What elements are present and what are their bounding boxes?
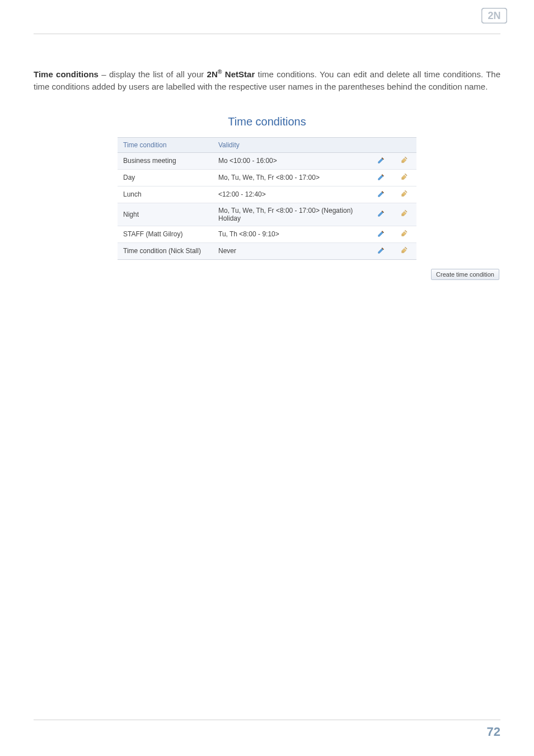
row-name: Lunch: [118, 186, 213, 203]
column-header-delete: [393, 137, 416, 152]
table-row: STAFF (Matt Gilroy)Tu, Th <8:00 - 9:10>: [118, 226, 416, 242]
edit-icon[interactable]: [369, 242, 393, 259]
column-header-name: Time condition: [118, 137, 213, 152]
header-divider: [34, 34, 500, 34]
row-validity: Mo <10:00 - 16:00>: [213, 152, 369, 169]
delete-icon[interactable]: [393, 242, 416, 259]
column-header-edit: [369, 137, 393, 152]
intro-heading: Time conditions: [34, 69, 99, 79]
row-name: Time condition (Nick Stall): [118, 242, 213, 259]
table-row: NightMo, Tu, We, Th, Fr <8:00 - 17:00> (…: [118, 203, 416, 226]
intro-paragraph: Time conditions – display the list of al…: [34, 68, 500, 93]
row-validity: <12:00 - 12:40>: [213, 186, 369, 203]
create-time-condition-button[interactable]: Create time condition: [431, 269, 499, 280]
edit-icon[interactable]: [369, 226, 393, 242]
table-row: DayMo, Tu, We, Th, Fr <8:00 - 17:00>: [118, 169, 416, 186]
row-name: STAFF (Matt Gilroy): [118, 226, 213, 242]
panel-title: Time conditions: [34, 115, 500, 128]
table-row: Business meetingMo <10:00 - 16:00>: [118, 152, 416, 169]
row-validity: Never: [213, 242, 369, 259]
table-row: Lunch<12:00 - 12:40>: [118, 186, 416, 203]
table-row: Time condition (Nick Stall)Never: [118, 242, 416, 259]
row-name: Business meeting: [118, 152, 213, 169]
delete-icon[interactable]: [393, 169, 416, 186]
time-conditions-table: Time condition Validity Business meeting…: [118, 137, 416, 260]
edit-icon[interactable]: [369, 152, 393, 169]
delete-icon[interactable]: [393, 226, 416, 242]
delete-icon[interactable]: [393, 152, 416, 169]
row-validity: Mo, Tu, We, Th, Fr <8:00 - 17:00>: [213, 169, 369, 186]
svg-text:2N: 2N: [488, 10, 500, 21]
edit-icon[interactable]: [369, 186, 393, 203]
brand-logo: 2N: [481, 8, 507, 26]
row-validity: Mo, Tu, We, Th, Fr <8:00 - 17:00> (Negat…: [213, 203, 369, 226]
column-header-validity: Validity: [213, 137, 369, 152]
page-number: 72: [34, 725, 500, 739]
row-name: Day: [118, 169, 213, 186]
footer-divider: [34, 720, 500, 720]
delete-icon[interactable]: [393, 203, 416, 226]
delete-icon[interactable]: [393, 186, 416, 203]
edit-icon[interactable]: [369, 203, 393, 226]
row-name: Night: [118, 203, 213, 226]
edit-icon[interactable]: [369, 169, 393, 186]
row-validity: Tu, Th <8:00 - 9:10>: [213, 226, 369, 242]
